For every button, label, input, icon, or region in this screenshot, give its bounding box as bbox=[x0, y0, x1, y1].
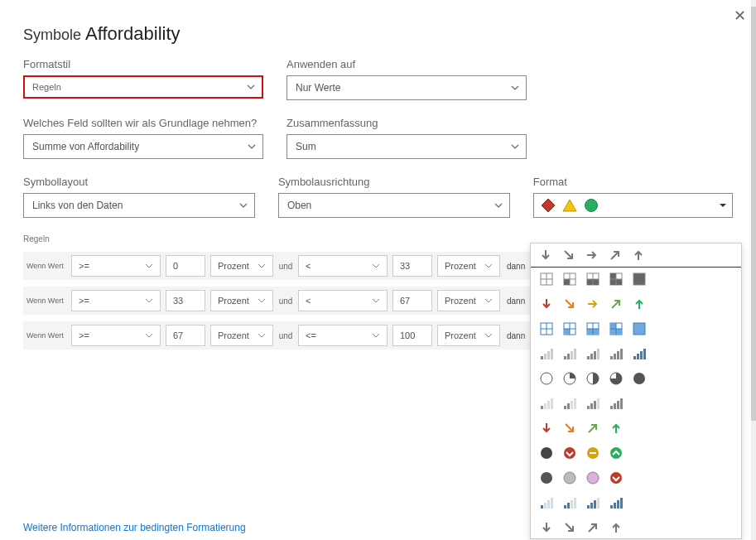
svg-rect-99 bbox=[617, 500, 619, 509]
rule-op2-select[interactable]: <= bbox=[298, 325, 388, 346]
arrow-downright-orange-b-icon bbox=[562, 421, 577, 436]
icon-set-option[interactable] bbox=[530, 243, 742, 268]
svg-rect-71 bbox=[597, 398, 600, 409]
symbolausrichtung-select[interactable]: Oben bbox=[278, 193, 510, 218]
quadrant-4-icon bbox=[632, 272, 647, 287]
icon-set-option[interactable] bbox=[531, 490, 741, 515]
icon-set-option[interactable] bbox=[531, 341, 741, 366]
bars-gray-1-icon bbox=[539, 346, 554, 361]
bars-gray-1b-icon bbox=[539, 396, 554, 411]
icon-set-option[interactable] bbox=[531, 416, 741, 441]
icon-set-option[interactable] bbox=[531, 515, 741, 539]
rule-wenn-label: Wenn Wert bbox=[26, 262, 66, 270]
rule-dann-label: dann bbox=[507, 331, 525, 340]
bars-gray-4-icon bbox=[609, 346, 624, 361]
zusammenfassung-select[interactable]: Sum bbox=[287, 134, 527, 159]
scrollbar-thumb[interactable] bbox=[751, 7, 756, 421]
anwenden-auf-select[interactable]: Nur Werte bbox=[287, 75, 527, 100]
rule-u2-select[interactable]: Prozent bbox=[437, 255, 500, 277]
svg-point-77 bbox=[564, 447, 575, 459]
formatstil-label: Formatstil bbox=[23, 58, 263, 70]
format-label: Format bbox=[533, 176, 733, 188]
svg-rect-5 bbox=[564, 279, 570, 285]
circle-full-icon bbox=[632, 371, 647, 386]
icon-set-option[interactable] bbox=[531, 267, 741, 292]
rule-u1-select[interactable]: Prozent bbox=[210, 290, 273, 311]
anwenden-auf-label: Anwenden auf bbox=[287, 58, 527, 70]
rule-v2-input[interactable]: 33 bbox=[392, 255, 432, 277]
icon-set-option[interactable] bbox=[531, 391, 741, 416]
chevron-down-icon bbox=[258, 331, 266, 340]
svg-rect-68 bbox=[587, 406, 590, 409]
bars-blue-2-icon bbox=[562, 495, 577, 510]
svg-rect-87 bbox=[547, 500, 550, 509]
arrow-down-red-b-icon bbox=[539, 421, 554, 436]
arrow-down-gray-b-icon bbox=[539, 520, 554, 535]
formatstil-select[interactable]: Regeln bbox=[23, 75, 263, 99]
scrollbar[interactable] bbox=[751, 0, 756, 540]
svg-rect-70 bbox=[594, 401, 596, 409]
svg-rect-31 bbox=[610, 323, 616, 329]
format-select[interactable] bbox=[533, 193, 733, 218]
rule-op1-select[interactable]: >= bbox=[71, 255, 161, 277]
rule-op1-select[interactable]: >= bbox=[71, 290, 161, 311]
rule-wenn-label: Wenn Wert bbox=[26, 331, 66, 340]
svg-rect-63 bbox=[551, 398, 553, 409]
arrow-downright-orange-icon bbox=[562, 297, 577, 311]
feld-select[interactable]: Summe von Affordability bbox=[23, 134, 263, 159]
quadrant-1-icon bbox=[562, 272, 577, 287]
svg-point-0 bbox=[585, 200, 597, 212]
icon-set-option[interactable] bbox=[531, 316, 741, 341]
bars-gray-3-icon bbox=[585, 346, 600, 361]
quadrant-blue-0-icon bbox=[539, 321, 554, 336]
chevron-down-icon bbox=[145, 331, 153, 340]
svg-rect-36 bbox=[544, 354, 547, 359]
svg-rect-49 bbox=[617, 351, 619, 359]
arrow-up-green-b-icon bbox=[609, 421, 624, 436]
rule-v1-input[interactable]: 33 bbox=[166, 290, 205, 311]
svg-rect-88 bbox=[551, 498, 553, 509]
svg-rect-75 bbox=[620, 398, 623, 409]
symbollayout-select[interactable]: Links von den Daten bbox=[23, 193, 255, 218]
rule-u1-select[interactable]: Prozent bbox=[210, 325, 273, 346]
rule-op2-select[interactable]: < bbox=[298, 290, 388, 311]
rule-v1-input[interactable]: 67 bbox=[166, 325, 205, 346]
svg-rect-35 bbox=[541, 356, 543, 359]
close-icon[interactable]: ✕ bbox=[734, 7, 746, 25]
arrow-up-green-icon bbox=[632, 297, 647, 311]
svg-rect-66 bbox=[571, 401, 573, 409]
svg-rect-67 bbox=[574, 398, 576, 409]
title-prefix: Symbole bbox=[23, 27, 81, 43]
rule-v2-input[interactable]: 67 bbox=[392, 290, 432, 311]
quadrant-blue-2-icon bbox=[585, 321, 600, 336]
svg-rect-73 bbox=[614, 403, 616, 409]
rule-u2-select[interactable]: Prozent bbox=[437, 325, 500, 346]
dialog-title: Symbole Affordability bbox=[0, 0, 756, 45]
rule-dann-label: dann bbox=[507, 262, 525, 271]
chevron-down-icon bbox=[145, 262, 153, 270]
zusammenfassung-label: Zusammenfassung bbox=[287, 117, 527, 129]
rule-u1-select[interactable]: Prozent bbox=[210, 255, 273, 277]
arrow-down-gray-icon bbox=[538, 248, 553, 263]
feld-label: Welches Feld sollten wir als Grundlage n… bbox=[23, 117, 263, 129]
arrow-upright-green-b-icon bbox=[585, 421, 600, 436]
rule-v1-input[interactable]: 0 bbox=[166, 255, 205, 277]
chevron-down-icon bbox=[372, 331, 380, 340]
rule-u2-select[interactable]: Prozent bbox=[437, 290, 500, 311]
rule-v2-input[interactable]: 100 bbox=[392, 325, 432, 346]
circle-gray-icon bbox=[562, 470, 577, 485]
format-dropdown-popup[interactable] bbox=[530, 243, 742, 539]
rule-op2-select[interactable]: < bbox=[298, 255, 388, 277]
icon-set-option[interactable] bbox=[531, 465, 741, 490]
circle-green-icon bbox=[584, 198, 599, 213]
icon-set-option[interactable] bbox=[531, 441, 741, 465]
rule-op1-select[interactable]: >= bbox=[71, 325, 161, 346]
svg-rect-90 bbox=[567, 503, 570, 509]
svg-rect-61 bbox=[544, 403, 547, 409]
icon-set-option[interactable] bbox=[531, 292, 741, 316]
svg-rect-100 bbox=[620, 498, 623, 509]
svg-rect-85 bbox=[541, 505, 543, 509]
chevron-down-icon bbox=[372, 262, 380, 270]
learn-more-link[interactable]: Weitere Informationen zur bedingten Form… bbox=[23, 522, 246, 533]
icon-set-option[interactable] bbox=[531, 366, 741, 391]
